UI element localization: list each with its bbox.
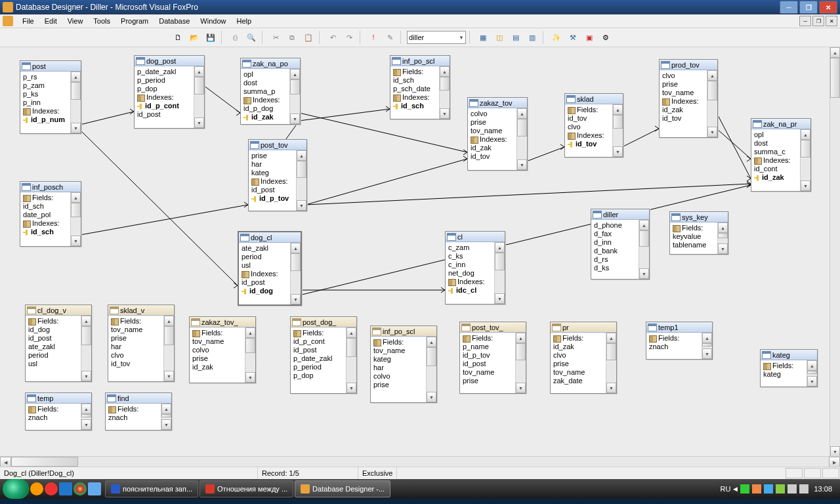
field-row[interactable]: prise [192, 354, 242, 363]
field-row[interactable]: idc_cl [448, 286, 492, 295]
field-row[interactable]: prise [373, 381, 423, 389]
table-scrollbar[interactable]: ▲▼ [161, 404, 171, 430]
table-header[interactable]: diller [591, 209, 649, 220]
field-row[interactable]: Fields: [28, 317, 78, 326]
field-row[interactable]: kateg [251, 169, 293, 177]
table-kateg[interactable]: kategFields:kateg▲▼ [760, 349, 818, 387]
field-row[interactable]: usl [28, 360, 78, 368]
table-scrollbar[interactable]: ▲▼ [639, 220, 649, 279]
field-row[interactable]: p_inn [23, 98, 68, 107]
table-header[interactable]: kateg [761, 350, 817, 360]
field-row[interactable]: d_phone [594, 221, 636, 230]
tray-icon-5[interactable] [788, 484, 797, 494]
table-sklad_v[interactable]: sklad_vFields:tov_namepriseharclvoid_tov… [108, 304, 175, 382]
field-row[interactable]: clvo [553, 351, 603, 360]
table-prod_tov[interactable]: prod_tovclvoprisetov_nameIndexes:id_zaki… [659, 59, 718, 138]
table-scrollbar[interactable]: ▲▼ [439, 66, 450, 119]
table-header[interactable]: prod_tov [660, 60, 717, 70]
field-row[interactable]: Fields: [108, 405, 158, 413]
field-row[interactable]: prise [553, 360, 603, 368]
field-row[interactable]: prise [662, 80, 704, 89]
minimize-button[interactable]: ─ [780, 1, 798, 14]
table-header[interactable]: sys_key [670, 212, 728, 222]
field-row[interactable]: zak_date [553, 377, 603, 385]
field-row[interactable]: tablename [673, 241, 715, 249]
field-row[interactable]: tov_name [471, 127, 514, 135]
field-row[interactable]: id_p_cont [137, 102, 191, 110]
menu-help[interactable]: Help [231, 16, 257, 26]
field-row[interactable]: id_p_dog [243, 104, 287, 113]
table-zakaz_tov_v[interactable]: zakaz_tov_Fields:tov_namecolvopriseid_za… [189, 316, 256, 383]
table-zak_na_pr[interactable]: zak_na_propldostsumma_cIndexes:id_contid… [751, 118, 811, 192]
table-header[interactable]: post_dog_ [291, 317, 356, 327]
new-button[interactable]: 🗋 [171, 30, 185, 45]
field-row[interactable]: d_bank [594, 247, 636, 255]
field-row[interactable]: Fields: [293, 329, 343, 337]
table-scrollbar[interactable]: ▲▼ [717, 222, 728, 254]
field-row[interactable]: Indexes: [23, 219, 68, 228]
field-row[interactable]: p_ks [23, 90, 68, 98]
lang-indicator[interactable]: RU [721, 485, 731, 493]
ql-icon-1[interactable] [30, 482, 43, 495]
table-sklad[interactable]: skladFields:id_tovclvoIndexes:id_tov▲▼ [564, 93, 623, 158]
field-row[interactable]: id_zak [243, 113, 287, 121]
table-dog_cl[interactable]: dog_clate_zaklperioduslIndexes:id_postid… [238, 231, 302, 306]
field-row[interactable]: tov_name [463, 368, 513, 377]
table-scrollbar[interactable]: ▲▼ [346, 327, 356, 393]
field-row[interactable]: d_inn [594, 238, 636, 247]
field-row[interactable]: prise [111, 334, 161, 343]
menu-window[interactable]: Window [195, 16, 231, 26]
tray-icon-3[interactable] [764, 484, 773, 494]
clock[interactable]: 13:08 [811, 485, 835, 493]
redo-button[interactable]: ↷ [342, 30, 356, 45]
ql-icon-5[interactable] [88, 482, 101, 495]
field-row[interactable]: period [242, 253, 287, 261]
table-header[interactable]: sklad [565, 94, 623, 104]
taskbar-button[interactable]: Database Designer -... [295, 480, 390, 497]
field-row[interactable]: prise [471, 118, 514, 127]
table-zakaz_tov[interactable]: zakaz_tovcolvoprisetov_nameIndexes:id_za… [467, 97, 528, 171]
ql-icon-4[interactable] [74, 482, 87, 495]
field-row[interactable]: summa_c [754, 148, 797, 156]
table-header[interactable]: pr [551, 322, 616, 333]
field-row[interactable]: id_zak [471, 144, 514, 152]
menu-file[interactable]: File [17, 16, 39, 26]
mdi-close-button[interactable]: ✕ [826, 16, 837, 26]
table-cl_dog_v[interactable]: cl_dog_vFields:id_dogid_postate_zaklperi… [25, 304, 92, 382]
field-row[interactable]: p_date_zakl [137, 68, 191, 76]
field-row[interactable]: id_tov [471, 152, 514, 161]
table-temp[interactable]: tempFields:znach▲▼ [25, 392, 92, 430]
field-row[interactable]: znach [108, 413, 158, 422]
field-row[interactable]: id_p_num [23, 116, 68, 124]
field-row[interactable]: tov_name [111, 326, 161, 334]
field-row[interactable]: Fields: [111, 317, 161, 326]
open-button[interactable]: 📂 [187, 30, 201, 45]
field-row[interactable]: Fields: [673, 224, 715, 232]
field-row[interactable]: p_zam [23, 81, 68, 90]
field-row[interactable]: Fields: [463, 334, 513, 343]
field-row[interactable]: id_post [251, 186, 293, 194]
table-header[interactable]: zakaz_tov_ [190, 317, 255, 327]
field-row[interactable]: id_tov [662, 114, 704, 123]
field-row[interactable]: Indexes: [568, 131, 610, 140]
table-post_tov_v[interactable]: post_tov_Fields:p_nameid_p_tovid_posttov… [459, 322, 526, 394]
field-row[interactable]: Indexes: [448, 278, 492, 286]
table-dog_post[interactable]: dog_postp_date_zaklp_periodp_dopIndexes:… [134, 55, 205, 129]
tray-volume-icon[interactable] [799, 484, 808, 494]
builder-button[interactable]: ⚒ [566, 30, 580, 45]
maximize-button[interactable]: ❐ [799, 1, 818, 14]
field-row[interactable]: Indexes: [243, 96, 287, 104]
field-row[interactable]: znach [28, 413, 78, 422]
options-button[interactable]: ⚙ [598, 30, 613, 45]
field-row[interactable]: prise [251, 152, 293, 160]
field-row[interactable]: keyvalue [673, 232, 715, 241]
field-row[interactable]: Fields: [568, 106, 610, 114]
tray-icon-2[interactable] [752, 484, 761, 494]
table-header[interactable]: inf_po_scl [390, 56, 450, 66]
start-button[interactable] [3, 479, 29, 499]
field-row[interactable]: ate_zakl [242, 244, 287, 253]
field-row[interactable]: har [111, 343, 161, 351]
menu-database[interactable]: Database [154, 16, 195, 26]
field-row[interactable]: p_dop [293, 371, 343, 380]
table-scrollbar[interactable]: ▲▼ [289, 69, 300, 124]
